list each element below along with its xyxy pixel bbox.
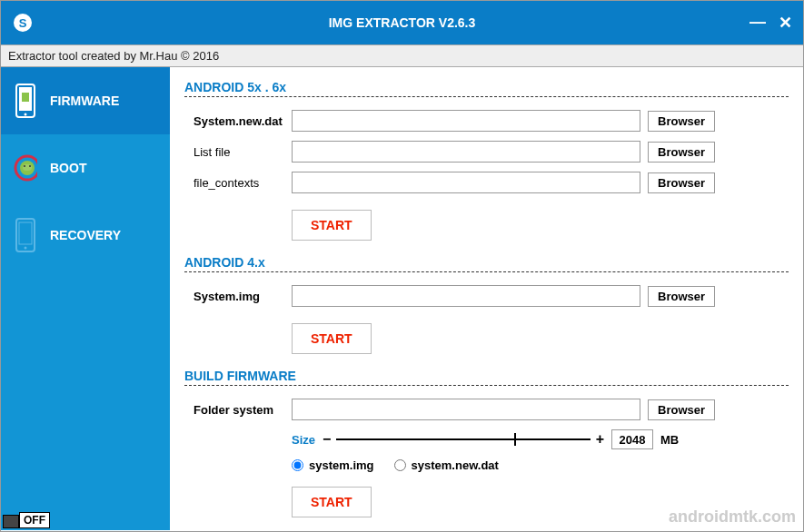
toggle-switch[interactable] <box>3 515 19 528</box>
system-new-dat-input[interactable] <box>292 110 640 132</box>
section-title-build: BUILD FIRMWARE <box>184 369 789 383</box>
svg-point-10 <box>29 165 31 167</box>
field-system-new-dat: System.new.dat Browser <box>194 110 789 132</box>
minus-icon: − <box>323 431 331 448</box>
window-title: IMG EXTRACTOR V2.6.3 <box>329 15 476 30</box>
size-slider[interactable]: − + <box>323 431 604 448</box>
sidebar-label: FIRMWARE <box>50 94 119 108</box>
folder-system-input[interactable] <box>292 399 640 420</box>
divider <box>184 271 789 272</box>
watermark: androidmtk.com <box>669 507 796 527</box>
sidebar-item-recovery[interactable]: RECOVERY <box>1 202 170 269</box>
start-button-android4[interactable]: START <box>292 323 372 354</box>
browser-button[interactable]: Browser <box>648 172 715 193</box>
field-label: List file <box>194 145 292 159</box>
subheader: Extractor tool created by Mr.Hau © 2016 <box>1 44 803 67</box>
main-panel: ANDROID 5x . 6x System.new.dat Browser L… <box>170 67 803 530</box>
system-img-input[interactable] <box>292 285 640 307</box>
radio-input[interactable] <box>394 459 406 471</box>
sidebar-item-boot[interactable]: BOOT <box>1 134 170 202</box>
svg-point-9 <box>24 165 25 167</box>
field-file-contexts: file_contexts Browser <box>194 172 789 193</box>
divider <box>184 96 789 97</box>
browser-button[interactable]: Browser <box>648 286 715 307</box>
svg-text:S: S <box>19 16 27 30</box>
section-title-android56: ANDROID 5x . 6x <box>184 80 789 94</box>
svg-rect-12 <box>19 222 32 244</box>
browser-button[interactable]: Browser <box>648 142 715 163</box>
browser-button[interactable]: Browser <box>648 399 715 420</box>
firmware-icon <box>14 84 37 118</box>
section-title-android4: ANDROID 4.x <box>184 255 789 270</box>
sidebar-label: BOOT <box>50 161 86 175</box>
browser-button[interactable]: Browser <box>648 111 715 132</box>
sidebar: FIRMWARE BOOT RECOVERY OFF <box>1 67 170 530</box>
start-button-build[interactable]: START <box>292 487 372 517</box>
toggle-label: OFF <box>19 512 50 528</box>
svg-point-13 <box>25 247 27 250</box>
titlebar: S IMG EXTRACTOR V2.6.3 — ✕ <box>1 1 803 44</box>
field-folder-system: Folder system Browser <box>194 399 789 420</box>
close-button[interactable]: ✕ <box>779 13 792 33</box>
sidebar-label: RECOVERY <box>50 228 121 242</box>
divider <box>184 385 789 386</box>
size-row: Size − + MB <box>292 429 789 449</box>
field-system-img: System.img Browser <box>194 285 789 307</box>
boot-icon <box>14 151 37 185</box>
app-icon: S <box>12 12 34 34</box>
start-button-android56[interactable]: START <box>292 210 372 241</box>
file-contexts-input[interactable] <box>292 172 640 193</box>
field-list-file: List file Browser <box>194 141 789 163</box>
field-label: file_contexts <box>194 176 292 190</box>
svg-rect-8 <box>23 164 32 171</box>
size-value-input[interactable] <box>611 429 653 449</box>
list-file-input[interactable] <box>292 141 640 163</box>
svg-rect-4 <box>22 93 29 102</box>
plus-icon: + <box>596 431 604 448</box>
svg-point-5 <box>25 113 27 116</box>
radio-input[interactable] <box>292 459 303 471</box>
field-label: System.new.dat <box>194 114 292 128</box>
recovery-icon <box>14 218 37 252</box>
field-label: System.img <box>194 290 292 303</box>
radio-system-new-dat[interactable]: system.new.dat <box>394 458 499 472</box>
size-label: Size <box>292 433 315 447</box>
field-label: Folder system <box>194 403 292 417</box>
size-unit: MB <box>660 433 679 447</box>
radio-row: system.img system.new.dat <box>292 458 789 472</box>
sidebar-item-firmware[interactable]: FIRMWARE <box>1 67 170 134</box>
radio-system-img[interactable]: system.img <box>292 458 374 472</box>
minimize-button[interactable]: — <box>749 13 766 33</box>
